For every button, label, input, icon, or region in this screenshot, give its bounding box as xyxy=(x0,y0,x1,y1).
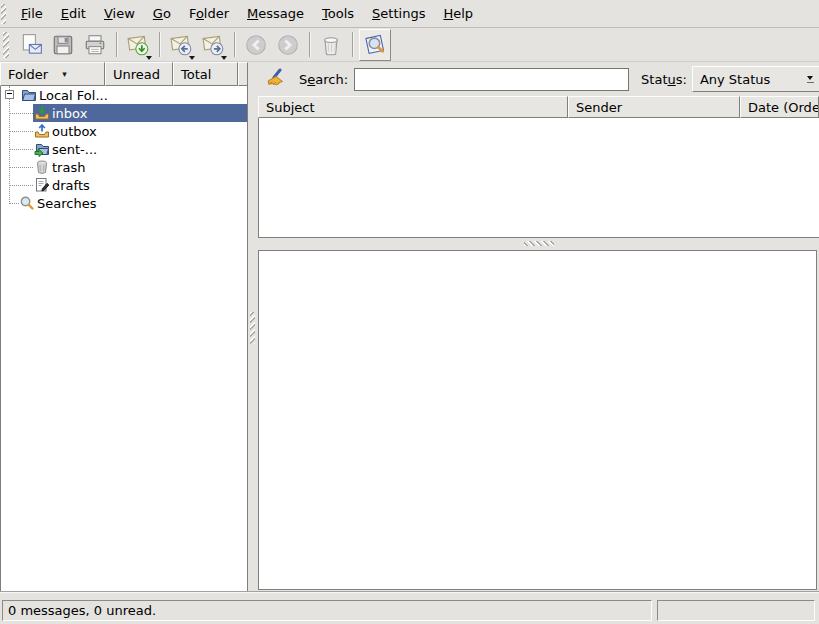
column-label: Total xyxy=(181,67,211,82)
status-message-panel: 0 messages, 0 unread. xyxy=(2,600,652,621)
reply-button[interactable] xyxy=(166,30,196,60)
folder-column-unread[interactable]: Unread xyxy=(105,62,173,86)
vertical-splitter-handle[interactable] xyxy=(250,312,255,344)
searches-icon xyxy=(19,195,35,211)
menu-settings[interactable]: Settings xyxy=(363,4,434,23)
toolbar-separator xyxy=(234,32,235,57)
dropdown-caret-icon[interactable] xyxy=(221,56,227,60)
combo-dash xyxy=(807,82,814,83)
menubar: FileEditViewGoFolderMessageToolsSettings… xyxy=(0,0,819,28)
folder-label: drafts xyxy=(52,178,90,193)
save-button[interactable] xyxy=(48,30,78,60)
move-to-trash-button[interactable] xyxy=(316,30,346,60)
message-column-subject[interactable]: Subject xyxy=(258,96,568,118)
folder-list-header: Folder▾UnreadTotal xyxy=(0,62,248,86)
tree-line xyxy=(10,185,33,186)
folder-item-trash[interactable]: trash xyxy=(1,158,247,176)
search-input[interactable] xyxy=(354,68,629,91)
trash-folder-icon xyxy=(34,159,50,175)
column-label: Unread xyxy=(113,67,160,82)
folder-item-searches[interactable]: Searches xyxy=(1,194,247,212)
print-button[interactable] xyxy=(80,30,110,60)
check-mail-icon xyxy=(126,33,150,57)
horizontal-splitter[interactable] xyxy=(258,238,819,250)
forward-icon xyxy=(201,33,225,57)
status-dropdown-arrow[interactable] xyxy=(802,68,819,90)
status-label: Status: xyxy=(641,72,687,87)
tree-line xyxy=(10,167,33,168)
new-message-button[interactable] xyxy=(16,30,46,60)
toolbar-separator xyxy=(309,32,310,57)
toolbar-separator xyxy=(352,32,353,57)
tree-line xyxy=(9,99,10,204)
previous-icon xyxy=(244,33,268,57)
tree-line xyxy=(10,131,33,132)
horizontal-splitter-handle[interactable] xyxy=(524,241,554,246)
next-icon xyxy=(276,33,300,57)
menubar-drag-handle[interactable] xyxy=(1,4,6,24)
forward-button[interactable] xyxy=(198,30,228,60)
kmail-window: FileEditViewGoFolderMessageToolsSettings… xyxy=(0,0,819,624)
status-bar: 0 messages, 0 unread. xyxy=(0,591,819,624)
menu-folder[interactable]: Folder xyxy=(180,4,238,23)
save-icon xyxy=(51,33,75,57)
folder-item-drafts[interactable]: drafts xyxy=(1,176,247,194)
menu-help[interactable]: Help xyxy=(434,4,482,23)
tree-line xyxy=(10,149,33,150)
dropdown-caret-icon[interactable] xyxy=(146,56,152,60)
inbox-icon xyxy=(34,105,50,121)
quick-search-bar: Search: Status: Any Status xyxy=(258,62,819,96)
dropdown-caret-icon[interactable] xyxy=(189,56,195,60)
folder-label: Local Fol... xyxy=(39,88,108,103)
menu-view[interactable]: View xyxy=(95,4,144,23)
main-area: Folder▾UnreadTotal Local Fol...inboxoutb… xyxy=(0,62,819,592)
folder-column-folder[interactable]: Folder▾ xyxy=(0,62,105,86)
folder-column-total[interactable]: Total xyxy=(173,62,238,86)
find-messages-button[interactable] xyxy=(359,29,391,61)
menu-tools[interactable]: Tools xyxy=(313,4,363,23)
folder-item-inbox[interactable]: inbox xyxy=(1,104,247,122)
folder-label: trash xyxy=(52,160,85,175)
folder-label: inbox xyxy=(52,106,87,121)
reply-icon xyxy=(169,33,193,57)
folder-item-sent[interactable]: sent-... xyxy=(1,140,247,158)
search-label: Search: xyxy=(299,72,348,87)
column-label: Folder xyxy=(8,67,48,82)
folder-panel: Folder▾UnreadTotal Local Fol...inboxoutb… xyxy=(0,62,248,592)
toolbar-separator xyxy=(159,32,160,57)
sent-icon xyxy=(34,141,50,157)
vertical-splitter[interactable] xyxy=(248,62,258,592)
message-column-sender[interactable]: Sender xyxy=(568,96,740,118)
clear-search-icon[interactable] xyxy=(265,68,287,90)
status-dropdown[interactable]: Any Status xyxy=(692,66,819,92)
toolbar-drag-handle[interactable] xyxy=(3,32,9,58)
toolbar-separator xyxy=(116,32,117,57)
menu-go[interactable]: Go xyxy=(144,4,180,23)
folder-open-icon xyxy=(21,87,37,103)
folder-item-localfol[interactable]: Local Fol... xyxy=(1,86,247,104)
find-icon xyxy=(363,33,387,57)
menu-message[interactable]: Message xyxy=(238,4,313,23)
print-icon xyxy=(83,33,107,57)
folder-tree: Local Fol...inboxoutboxsent-...trashdraf… xyxy=(0,86,248,592)
check-mail-button[interactable] xyxy=(123,30,153,60)
message-preview-pane[interactable] xyxy=(258,250,817,590)
folder-label: outbox xyxy=(52,124,97,139)
message-list-body[interactable] xyxy=(258,118,819,238)
folder-item-outbox[interactable]: outbox xyxy=(1,122,247,140)
menu-file[interactable]: File xyxy=(12,4,52,23)
previous-message-button xyxy=(241,30,271,60)
message-column-date[interactable]: Date (Order of Arrival) xyxy=(740,96,819,118)
folder-label: sent-... xyxy=(52,142,97,157)
status-message-text: 0 messages, 0 unread. xyxy=(8,603,156,618)
drafts-icon xyxy=(34,177,50,193)
tree-line xyxy=(10,203,19,204)
tree-expander-minus[interactable] xyxy=(5,90,14,99)
trash-icon xyxy=(319,33,343,57)
menu-edit[interactable]: Edit xyxy=(52,4,95,23)
status-dropdown-value: Any Status xyxy=(700,72,770,87)
next-message-button xyxy=(273,30,303,60)
status-progress-panel xyxy=(657,600,815,621)
outbox-icon xyxy=(34,123,50,139)
folder-tree-rows: Local Fol...inboxoutboxsent-...trashdraf… xyxy=(1,86,247,212)
